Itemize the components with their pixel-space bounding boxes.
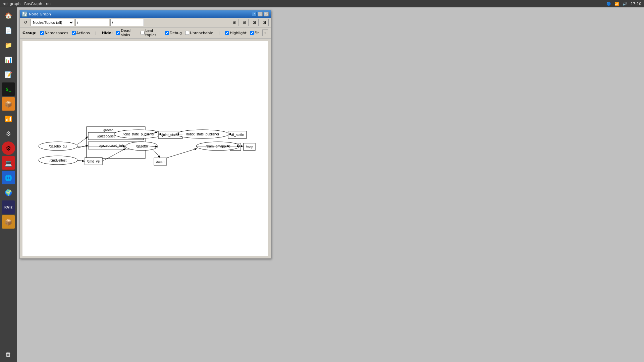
gazebo-group-label: gazebo	[103, 128, 113, 132]
group-label: Group:	[22, 31, 37, 35]
minimize-button[interactable]: -	[258, 12, 263, 16]
sidebar-item-globe[interactable]: 🌍	[2, 186, 15, 199]
group-namespaces-checkbox[interactable]: Namespaces	[40, 31, 68, 35]
node-cmdveltest-label: /cmdveltest	[50, 159, 67, 162]
sidebar-item-files[interactable]: 📄	[2, 23, 15, 37]
sidebar-item-wifi[interactable]: 📶	[2, 112, 15, 125]
sidebar-item-terminal[interactable]: $_	[2, 82, 15, 96]
network-icon: 📶	[614, 2, 619, 6]
sidebar-item-ros[interactable]: ⚙	[2, 141, 15, 155]
hide-leaf-topics-input[interactable]	[141, 31, 145, 35]
fit-btn-1[interactable]: ⊞	[230, 19, 238, 26]
close-button[interactable]: ○	[264, 12, 269, 16]
filter-input-2[interactable]	[110, 19, 144, 26]
refresh-button[interactable]: ↺	[22, 19, 29, 26]
sidebar-item-rviz[interactable]: RViz	[2, 200, 15, 214]
fit-checkbox[interactable]: Fit	[250, 31, 259, 35]
sidebar-item-spreadsheet[interactable]: 📊	[2, 53, 15, 66]
node-rsp-label: /robot_state_publisher	[186, 132, 220, 136]
filter-input-1[interactable]	[75, 19, 109, 26]
options-row: Group: Namespaces Actions | Hide: Dead s…	[20, 27, 271, 39]
hide-dead-sinks-input[interactable]	[116, 31, 120, 35]
highlight-label: Highlight	[230, 31, 247, 35]
bluetooth-icon: 🔵	[606, 2, 611, 6]
fit-label: Fit	[255, 31, 259, 35]
hide-leaf-topics-label: Leaf topics	[145, 28, 162, 37]
hide-unreachable-label: Unreachable	[190, 31, 213, 35]
topic-cmd-vel-label: /cmd_vel	[87, 160, 100, 163]
node-gazebo-gui-label: /gazebo_gui	[49, 144, 67, 148]
topic-tf-static-label: /tf_static	[231, 133, 244, 137]
titlebar: rqt_graph__RosGraph - rqt 🔵 📶 🔊 17:10	[0, 0, 644, 7]
sidebar-item-task[interactable]: 📝	[2, 68, 15, 81]
hide-debug-input[interactable]	[165, 31, 169, 35]
fit-input[interactable]	[250, 31, 254, 35]
hide-debug[interactable]: Debug	[165, 31, 182, 35]
window-icon: 🔄	[22, 11, 28, 17]
node-graph-window: 🔄 Node Graph ? - ○ ↺ Nodes/Topics (all) …	[19, 10, 271, 259]
sidebar-item-trash[interactable]: 🗑	[2, 347, 15, 361]
sidebar-item-folder[interactable]: 📁	[2, 38, 15, 52]
window-title-label: Node Graph	[29, 12, 51, 16]
graph-canvas[interactable]: gazebo /gazebo/set_model_state /gazebo/s…	[22, 41, 268, 256]
topic-scan-label: /scan	[156, 160, 164, 164]
content-area: 🔄 Node Graph ? - ○ ↺ Nodes/Topics (all) …	[17, 7, 644, 362]
hide-dead-sinks-label: Dead sinks	[121, 28, 137, 37]
fit-btn-4[interactable]: ⊡	[260, 19, 269, 26]
window-titlebar: 🔄 Node Graph ? - ○	[20, 10, 271, 18]
clock: 17:10	[631, 2, 641, 6]
fit-btn-3[interactable]: ⊠	[250, 19, 259, 26]
sidebar-item-package-orange[interactable]: 📦	[2, 97, 15, 111]
sidebar-item-browser[interactable]: 🌐	[2, 171, 15, 184]
options-extra-btn[interactable]: ⊞	[262, 29, 268, 36]
group-actions-input[interactable]	[72, 31, 76, 35]
main-layout: 🏠 📄 📁 📊 📝 $_ 📦 📶 ⚙ ⚙ 💻 🌐 🌍 RViz 📦 🗑 🔄 No…	[0, 7, 644, 362]
sidebar-item-home[interactable]: 🏠	[2, 9, 15, 22]
volume-icon: 🔊	[623, 2, 627, 6]
sidebar-item-monitor[interactable]: 💻	[2, 156, 15, 170]
hide-unreachable-input[interactable]	[185, 31, 189, 35]
topic-map-label: /map	[246, 145, 254, 149]
refresh-icon: ↺	[24, 20, 27, 25]
hide-leaf-topics[interactable]: Leaf topics	[141, 28, 162, 37]
fit-btn-2[interactable]: ⊟	[240, 19, 249, 26]
arrow-cmdveltest-to-cmd-vel	[77, 160, 85, 161]
hide-label: Hide:	[102, 31, 113, 35]
group-actions-label: Actions	[76, 31, 90, 35]
sidebar-item-box[interactable]: 📦	[2, 215, 15, 229]
window-controls: ? - ○	[252, 12, 269, 16]
hide-debug-label: Debug	[170, 31, 182, 35]
group-namespaces-label: Namespaces	[45, 31, 68, 35]
hide-unreachable[interactable]: Unreachable	[185, 31, 213, 35]
arrow-scan-to-slam	[167, 148, 197, 158]
arrow-gazebo-to-scan	[154, 150, 160, 158]
help-button[interactable]: ?	[252, 12, 257, 16]
titlebar-right: 🔵 📶 🔊 17:10	[606, 2, 641, 6]
sidebar-item-settings[interactable]: ⚙	[2, 127, 15, 140]
graph-svg: gazebo /gazebo/set_model_state /gazebo/s…	[22, 41, 268, 256]
group-actions-checkbox[interactable]: Actions	[72, 31, 90, 35]
window-title: rqt_graph__RosGraph - rqt	[3, 2, 51, 6]
highlight-checkbox[interactable]: Highlight	[225, 31, 247, 35]
sidebar: 🏠 📄 📁 📊 📝 $_ 📦 📶 ⚙ ⚙ 💻 🌐 🌍 RViz 📦 🗑	[0, 7, 17, 362]
node-gazebo-label: /gazebo	[136, 144, 148, 148]
view-mode-select[interactable]: Nodes/Topics (all) Nodes only Nodes/Topi…	[31, 19, 74, 26]
toolbar-row-1: ↺ Nodes/Topics (all) Nodes only Nodes/To…	[20, 18, 271, 27]
hide-dead-sinks[interactable]: Dead sinks	[116, 28, 137, 37]
highlight-input[interactable]	[225, 31, 229, 35]
group-namespaces-input[interactable]	[40, 31, 44, 35]
